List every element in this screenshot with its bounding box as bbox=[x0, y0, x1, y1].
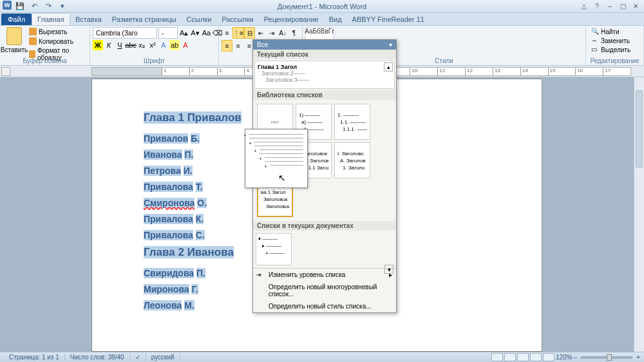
editing-group-label: Редактирование bbox=[586, 57, 643, 64]
superscript-button[interactable]: x² bbox=[147, 40, 158, 50]
italic-button[interactable]: К bbox=[104, 40, 114, 50]
change-case-button[interactable]: Aa bbox=[202, 28, 211, 38]
decrease-indent-button[interactable]: ⇤ bbox=[255, 27, 266, 39]
zoom-slider[interactable] bbox=[581, 356, 632, 359]
tab-mailings[interactable]: Рассылки bbox=[216, 14, 258, 25]
ruler-tick: 16 bbox=[575, 68, 603, 75]
subscript-button[interactable]: x₂ bbox=[137, 40, 147, 50]
scrollbar-thumb[interactable] bbox=[636, 90, 643, 167]
qat-save-icon[interactable]: 💾 bbox=[14, 1, 26, 12]
tab-insert[interactable]: Вставка bbox=[70, 14, 107, 25]
view-web-button[interactable] bbox=[517, 353, 529, 361]
lib-line: 1.1.1. —— bbox=[343, 126, 367, 132]
docs-line: • ——— bbox=[266, 250, 289, 256]
qat-undo-icon[interactable]: ↶ bbox=[28, 1, 40, 12]
status-language[interactable]: русский bbox=[146, 354, 180, 361]
list-hover-preview bbox=[245, 129, 308, 188]
status-words[interactable]: Число слов: 38/40 bbox=[65, 354, 130, 361]
zoom-slider-thumb[interactable] bbox=[607, 354, 612, 361]
qat-redo-icon[interactable]: ↷ bbox=[43, 1, 54, 12]
tab-references[interactable]: Ссылки bbox=[182, 14, 217, 25]
zoom-level[interactable]: 120% bbox=[556, 354, 573, 361]
lib-item[interactable]: 1. ———1.1. ———1.1.1. —— bbox=[334, 104, 370, 140]
numbering-button[interactable]: ⋮≡ bbox=[232, 27, 244, 39]
font-size-select[interactable] bbox=[158, 27, 178, 39]
view-draft-button[interactable] bbox=[543, 353, 554, 361]
vertical-scrollbar[interactable] bbox=[634, 77, 644, 352]
highlight-button[interactable]: ab bbox=[169, 40, 180, 50]
minimize-icon[interactable]: – bbox=[604, 2, 616, 11]
view-print-layout-button[interactable] bbox=[491, 353, 503, 361]
zoom-out-button[interactable]: – bbox=[574, 354, 578, 361]
copy-button[interactable]: Копировать bbox=[27, 37, 87, 46]
status-page[interactable]: Страница: 1 из 1 bbox=[4, 354, 65, 361]
view-outline-button[interactable] bbox=[530, 353, 542, 361]
minimize-ribbon-icon[interactable]: △ bbox=[578, 2, 590, 11]
font-group-label: Шрифт bbox=[90, 57, 218, 64]
find-icon: 🔍 bbox=[591, 28, 599, 35]
cut-label: Вырезать bbox=[39, 28, 67, 35]
grow-font-button[interactable]: A▴ bbox=[179, 28, 189, 38]
paste-button[interactable]: Вставить bbox=[3, 27, 26, 55]
replace-button[interactable]: ↔Заменить bbox=[589, 36, 641, 45]
help-icon[interactable]: ? bbox=[591, 2, 603, 11]
ruler-corner[interactable] bbox=[1, 67, 10, 76]
shrink-font-button[interactable]: A▾ bbox=[190, 28, 200, 38]
text-effects-button[interactable]: A bbox=[158, 40, 169, 50]
tab-home[interactable]: Главная bbox=[32, 13, 70, 25]
define-list-style-menu[interactable]: Определить новый стиль списка... bbox=[253, 300, 396, 312]
strikethrough-button[interactable]: abc bbox=[126, 40, 136, 50]
maximize-icon[interactable]: ▢ bbox=[617, 2, 629, 11]
ruler-tick: 11 bbox=[437, 68, 465, 75]
increase-indent-button[interactable]: ⇥ bbox=[266, 27, 277, 39]
align-left-button[interactable]: ≡ bbox=[222, 40, 232, 52]
chevron-right-icon: ▸ bbox=[389, 271, 392, 278]
clipboard-group-label: Буфер обмена bbox=[0, 57, 90, 64]
lib-line: Заголовок 3— bbox=[266, 204, 289, 209]
window-title: Документ1 - Microsoft Word bbox=[278, 3, 366, 10]
current-list-preview[interactable]: Глава 1 Загол Заголовок 2—— Заголовок 3—… bbox=[254, 61, 395, 89]
tab-page-layout[interactable]: Разметка страницы bbox=[107, 14, 182, 25]
scroll-up-icon[interactable]: ▴ bbox=[384, 62, 393, 71]
bold-button[interactable]: Ж bbox=[93, 40, 103, 50]
mouse-cursor-icon: ↖ bbox=[278, 173, 286, 183]
ruler-tick: 13 bbox=[493, 68, 520, 75]
define-ml-list-menu[interactable]: Определить новый многоуровневый список..… bbox=[253, 281, 396, 300]
find-button[interactable]: 🔍Найти bbox=[589, 27, 641, 36]
sort-button[interactable]: A↓ bbox=[278, 27, 289, 39]
paste-icon bbox=[6, 27, 22, 45]
tab-review[interactable]: Рецензирование bbox=[259, 14, 324, 25]
ruler-tick: 2 bbox=[189, 68, 217, 75]
lib-line: 1) ——— bbox=[299, 112, 328, 118]
lib-line: 1. Заголо bbox=[343, 165, 367, 171]
ruler-tick: 14 bbox=[520, 68, 548, 75]
in-docs-header: Списки в текущих документах bbox=[253, 221, 396, 231]
underline-button[interactable]: Ч bbox=[115, 40, 125, 50]
status-proofing-icon[interactable]: ✓ bbox=[130, 354, 146, 361]
font-name-select[interactable] bbox=[93, 27, 157, 39]
file-tab[interactable]: Файл bbox=[1, 14, 32, 25]
align-center-button[interactable]: ≡ bbox=[232, 40, 243, 52]
close-icon[interactable]: ✕ bbox=[630, 2, 641, 11]
select-label: Выделить bbox=[601, 46, 630, 53]
cut-button[interactable]: Вырезать bbox=[27, 27, 87, 36]
lib-item[interactable]: I. ЗаголовоA. Заголов1. Заголо bbox=[334, 142, 370, 178]
zoom-in-button[interactable]: + bbox=[636, 354, 640, 361]
panel-all-label[interactable]: Все bbox=[257, 41, 268, 48]
multilevel-list-button[interactable]: ⊟ bbox=[244, 27, 255, 39]
ruler-tick: 17 bbox=[603, 68, 630, 75]
select-button[interactable]: ▭Выделить bbox=[589, 45, 641, 54]
docs-list-item[interactable]: ♦ ——— ▸ ——— • ——— bbox=[256, 233, 292, 265]
change-level-menu[interactable]: ⇥ Изменить уровень списка ▸ bbox=[253, 269, 396, 281]
tab-view[interactable]: Вид bbox=[324, 14, 347, 25]
ruler-tick: 15 bbox=[548, 68, 576, 75]
show-marks-button[interactable]: ¶ bbox=[289, 27, 299, 39]
select-icon: ▭ bbox=[591, 46, 599, 53]
docs-line: ▸ ——— bbox=[262, 243, 289, 249]
lib-line: 1. ——— bbox=[337, 112, 367, 118]
view-full-screen-button[interactable] bbox=[504, 353, 516, 361]
tab-finereader[interactable]: ABBYY FineReader 11 bbox=[347, 14, 430, 25]
bullets-button[interactable]: ≡ bbox=[222, 27, 232, 39]
qat-customize-icon[interactable]: ▾ bbox=[57, 1, 68, 12]
font-color-button[interactable]: A bbox=[180, 40, 191, 50]
